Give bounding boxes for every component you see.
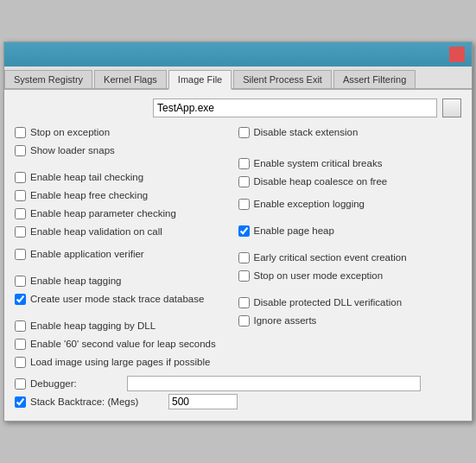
tab-system-registry[interactable]: System Registry (4, 70, 92, 88)
checkbox-row: Enable system critical breaks (238, 155, 462, 171)
checkbox-label: Enable heap parameter checking (30, 207, 176, 220)
right-column: Disable stack extensionEnable system cri… (238, 124, 462, 372)
bottom-section: Debugger:Stack Backtrace: (Megs) (15, 376, 461, 409)
debugger-checkbox[interactable] (15, 378, 26, 390)
checkbox-label: Ignore asserts (254, 314, 317, 327)
checkbox-row: Early critical section event creation (238, 250, 462, 265)
checkbox-load-image-using-large-pages-if-possible[interactable] (15, 357, 26, 368)
checkbox-enable-heap-tagging-by-dll[interactable] (15, 320, 26, 332)
tab-bar: System RegistryKernel FlagsImage FileSil… (4, 67, 472, 90)
checkbox-label: Disable heap coalesce on free (254, 175, 388, 188)
close-button[interactable] (449, 47, 465, 62)
stack-backtrace-label: Stack Backtrace: (Megs) (30, 396, 168, 407)
checkbox-row: Stop on exception (15, 124, 238, 140)
checkbox-ignore-asserts[interactable] (238, 315, 250, 327)
checkbox-row: Enable heap free checking (15, 187, 238, 203)
checkbox-label: Disable stack extension (254, 126, 359, 139)
checkbox-row: Ignore asserts (238, 313, 462, 328)
stack-backtrace-checkbox[interactable] (15, 396, 26, 408)
checkbox-stop-on-user-mode-exception[interactable] (238, 270, 250, 282)
checkbox-row: Enable '60' second value for leap second… (15, 336, 238, 352)
main-window: System RegistryKernel FlagsImage FileSil… (3, 41, 473, 422)
debugger-label: Debugger: (30, 378, 127, 389)
checkbox-enable-system-critical-breaks[interactable] (238, 158, 250, 169)
checkbox-label: Stop on user mode exception (254, 270, 384, 282)
checkbox-row: Load image using large pages if possible (15, 354, 238, 370)
checkbox-enable-heap-tagging[interactable] (15, 276, 26, 287)
checkbox-label: Enable exception logging (254, 198, 365, 211)
tab-image-file[interactable]: Image File (168, 70, 232, 90)
checkbox-row: Stop on user mode exception (238, 268, 462, 283)
checkbox-row: Disable heap coalesce on free (238, 174, 462, 189)
checkbox-label: Enable page heap (254, 225, 334, 238)
checkbox-enable-heap-validation-on-call[interactable] (15, 226, 26, 238)
checkbox-label: Early critical section event creation (254, 251, 407, 264)
image-row (15, 98, 461, 117)
debugger-row: Debugger: (15, 376, 461, 391)
checkbox-row: Create user mode stack trace database (15, 291, 238, 307)
checkbox-row: Enable heap tagging (15, 273, 238, 289)
checkbox-row: Enable heap tagging by DLL (15, 318, 238, 333)
title-bar (4, 42, 472, 67)
checkbox-enable-application-verifier[interactable] (15, 249, 26, 260)
checkbox-label: Load image using large pages if possible (30, 356, 210, 369)
checkbox-label: Show loader snaps (30, 144, 115, 157)
checkbox-row: Enable heap validation on call (15, 224, 238, 239)
checkbox-row: Enable heap parameter checking (15, 206, 238, 221)
checkbox-label: Disable protected DLL verification (254, 296, 403, 309)
checkbox-stop-on-exception[interactable] (15, 127, 26, 138)
checkbox-enable-heap-free-checking[interactable] (15, 190, 26, 201)
checkbox-label: Enable heap validation on call (30, 225, 162, 238)
checkbox-create-user-mode-stack-trace-database[interactable] (15, 294, 26, 305)
stack-backtrace-row: Stack Backtrace: (Megs) (15, 394, 461, 409)
tab-silent-process-exit[interactable]: Silent Process Exit (233, 70, 332, 88)
tab-kernel-flags[interactable]: Kernel Flags (94, 70, 167, 88)
checkbox-row: Enable heap tail checking (15, 169, 238, 185)
checkbox-label: Create user mode stack trace database (30, 293, 204, 306)
checkbox-enable-heap-parameter-checking[interactable] (15, 208, 26, 219)
checkbox-label: Enable system critical breaks (254, 157, 383, 170)
checkbox-disable-stack-extension[interactable] (238, 127, 250, 138)
checkbox-label: Enable heap tail checking (30, 171, 143, 184)
stack-backtrace-input[interactable] (168, 394, 238, 409)
checkbox-label: Enable application verifier (30, 248, 144, 261)
checkbox-label: Enable '60' second value for leap second… (30, 338, 216, 351)
checkbox-row: Disable stack extension (238, 124, 462, 140)
checkbox-row: Enable exception logging (238, 196, 462, 212)
debugger-input[interactable] (127, 376, 421, 391)
checkbox-disable-protected-dll-verification[interactable] (238, 297, 250, 308)
checkbox-early-critical-section-event-creation[interactable] (238, 252, 250, 263)
checkbox-label: Stop on exception (30, 126, 110, 139)
checkbox-show-loader-snaps[interactable] (15, 145, 26, 156)
launch-button[interactable] (442, 98, 461, 117)
checkbox-row: Disable protected DLL verification (238, 295, 462, 310)
left-column: Stop on exceptionShow loader snapsEnable… (15, 124, 238, 372)
content-area: Stop on exceptionShow loader snapsEnable… (4, 90, 472, 421)
checkbox-label: Enable heap tagging (30, 275, 122, 288)
image-input[interactable] (153, 98, 437, 117)
checkbox-disable-heap-coalesce-on-free[interactable] (238, 176, 250, 187)
checkbox-enable-60-second-value-for-leap-seconds[interactable] (15, 339, 26, 350)
options-grid: Stop on exceptionShow loader snapsEnable… (15, 124, 461, 372)
checkbox-row: Enable page heap (238, 223, 462, 238)
checkbox-label: Enable heap free checking (30, 189, 148, 202)
checkbox-row: Enable application verifier (15, 246, 238, 262)
checkbox-enable-heap-tail-checking[interactable] (15, 172, 26, 183)
tab-assert-filtering[interactable]: Assert Filtering (333, 70, 416, 88)
checkbox-row: Show loader snaps (15, 143, 238, 158)
checkbox-enable-exception-logging[interactable] (238, 199, 250, 210)
checkbox-enable-page-heap[interactable] (238, 225, 250, 237)
checkbox-label: Enable heap tagging by DLL (30, 320, 155, 333)
